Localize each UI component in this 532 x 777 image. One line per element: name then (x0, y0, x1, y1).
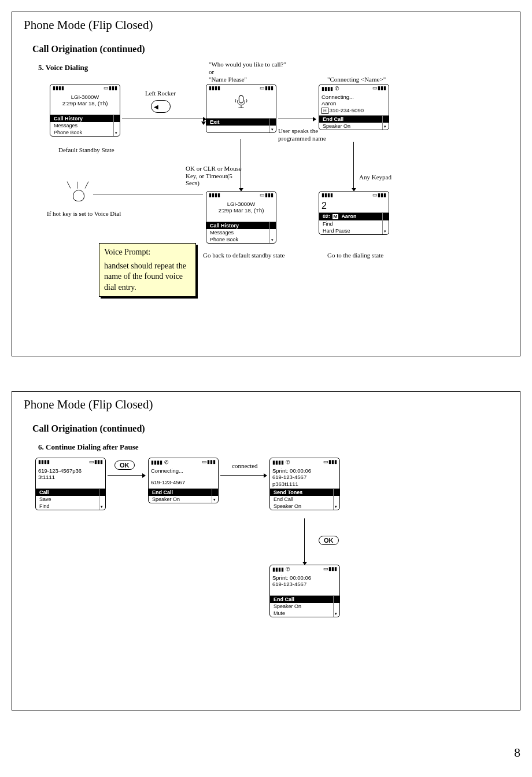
entry-menu: Call Save Find ▴▾ (36, 488, 105, 510)
signal-icon: ▮▮▮▮ (53, 86, 64, 93)
dial-caption: Go to the dialing state (327, 252, 383, 259)
voice-prompt-note: Voice Prompt: handset should repeat the … (99, 243, 196, 297)
left-rocker-icon: ◀ (151, 100, 171, 113)
arrow-entry-to-connecting (108, 475, 142, 476)
ok-button-2[interactable]: OK (319, 536, 339, 545)
connecting-quote: "Connecting <Name>" (327, 76, 386, 83)
battery-icon: ▭▮▮▮ (372, 86, 386, 93)
connecting-number-row: H310-234-5090 (322, 107, 386, 115)
incall2-body: Sprint: 00:00:06 619-123-4567 (270, 573, 339, 595)
panel-continue-dialing: Phone Mode (Flip Closed) Call Originatio… (12, 391, 520, 710)
menu-hard-pause[interactable]: Hard Pause (319, 227, 389, 234)
incall1-remaining: p363t1111 (272, 481, 337, 487)
ok-button-1[interactable]: OK (114, 461, 135, 470)
connecting-name: Aaron (322, 100, 386, 106)
menu-messages[interactable]: Messages (50, 122, 120, 129)
menu-call-history[interactable]: Call History (206, 222, 276, 229)
menu-exit[interactable]: Exit (206, 119, 276, 126)
scroll-indicator: ▴▾ (333, 596, 338, 617)
battery-icon: ▭▮▮▮ (202, 459, 216, 466)
signal-handset-icon: ▮▮▮▮ ✆ (272, 459, 290, 466)
arrow-connecting-down (353, 142, 354, 188)
arrow-incall-down (304, 518, 305, 562)
standby2-caption: Go back to default standby state (203, 252, 285, 259)
connecting2-number: 619-123-4567 (151, 479, 216, 485)
menu-end-call[interactable]: End Call (319, 116, 389, 123)
signal-handset-icon: ▮▮▮▮ ✆ (322, 86, 339, 93)
menu-end-call[interactable]: End Call (270, 596, 339, 603)
menu-save[interactable]: Save (36, 496, 105, 503)
signal-handset-icon: ▮▮▮▮ ✆ (151, 459, 169, 466)
back-condition-label: OK or CLR or Mouse Key, or Timeout(5 Sec… (186, 165, 243, 187)
battery-icon: ▭▮▮▮ (323, 566, 337, 573)
standby2-model: LGI-3000W (209, 201, 274, 207)
incall1-timer: Sprint: 00:00:06 (272, 467, 337, 474)
hotkey-label: If hot key is set to Voice Dial (47, 210, 121, 217)
scroll-indicator: ▴▾ (269, 119, 275, 132)
signal-icon: ▮▮▮▮ (209, 193, 220, 200)
menu-phone-book[interactable]: Phone Book (206, 236, 276, 243)
menu-find[interactable]: Find (36, 503, 105, 510)
standby-menu: Call History Messages Phone Book ▴▾ (50, 115, 120, 136)
dialing-menu: 02: M Aaron Find Hard Pause ▴▾ (319, 212, 389, 234)
incall2-number: 619-123-4567 (272, 581, 337, 587)
menu-speaker-on[interactable]: Speaker On (319, 123, 389, 130)
menu-speaker-on[interactable]: Speaker On (270, 503, 339, 510)
menu-entry-02-aaron[interactable]: 02: M Aaron (319, 213, 389, 220)
standby-body: LGI-3000W 2:29p Mar 18, (Th) (50, 93, 120, 115)
entry-number-line1: 619-123-4567p36 (38, 467, 103, 474)
menu-mute[interactable]: Mute (270, 610, 339, 617)
menu-phone-book[interactable]: Phone Book (50, 129, 120, 136)
incall1-menu: Send Tones End Call Speaker On ▴▾ (270, 488, 339, 510)
menu-end-call[interactable]: End Call (270, 496, 339, 503)
signal-handset-icon: ▮▮▮▮ ✆ (272, 566, 290, 573)
incall1-body: Sprint: 00:00:06 619-123-4567 p363t1111 (270, 466, 339, 488)
signal-icon: ▮▮▮▮ (38, 459, 50, 466)
signal-icon: ▮▮▮▮ (322, 193, 333, 200)
battery-icon: ▭▮▮▮ (260, 193, 274, 200)
entry-number-line2: 3t1111 (38, 474, 103, 480)
menu-end-call[interactable]: End Call (149, 489, 218, 496)
standby2-menu: Call History Messages Phone Book ▴▾ (206, 222, 276, 243)
panel2-section: Call Origination (continued) (32, 424, 508, 434)
voice-prompt-text: "Who would you like to call?" or "Name P… (209, 61, 286, 84)
menu-send-tones[interactable]: Send Tones (270, 489, 339, 496)
connecting-text: Connecting... (322, 94, 386, 100)
svg-rect-0 (239, 95, 243, 103)
panel2-canvas: ▮▮▮▮ ▭▮▮▮ 619-123-4567p36 3t1111 Call Sa… (24, 458, 508, 695)
panel2-step: 6. Continue Dialing after Pause (38, 443, 508, 452)
menu-speaker-on[interactable]: Speaker On (270, 603, 339, 610)
prompt-line1: "Who would you like to call?" (209, 61, 286, 68)
scroll-indicator: ▴▾ (99, 489, 104, 510)
menu-messages[interactable]: Messages (206, 229, 276, 236)
prompt-line3: "Name Please" (209, 76, 286, 83)
phone-connecting: ▮▮▮▮ ✆ ▭▮▮▮ Connecting... Aaron H310-234… (319, 84, 389, 130)
scroll-indicator: ▴▾ (269, 222, 275, 243)
battery-icon: ▭▮▮▮ (104, 86, 117, 93)
note-title: Voice Prompt: (104, 247, 191, 257)
left-rocker-label: Left Rocker (145, 90, 176, 97)
phone-connecting-2: ▮▮▮▮ ✆ ▭▮▮▮ Connecting... 619-123-4567 E… (148, 458, 219, 503)
connecting2-text: Connecting... (151, 467, 216, 474)
connected-label: connected (232, 462, 258, 469)
battery-icon: ▭▮▮▮ (89, 459, 103, 466)
arrow-voice-to-connecting (278, 119, 313, 119)
incall1-number: 619-123-4567 (272, 474, 337, 480)
standby-caption: Default Standby State (58, 146, 114, 153)
menu-find[interactable]: Find (319, 220, 389, 227)
standby2-time: 2:29p Mar 18, (Th) (209, 207, 274, 213)
panel-voice-dialing: Phone Mode (Flip Closed) Call Originatio… (12, 12, 520, 356)
menu-call-history[interactable]: Call History (50, 115, 120, 122)
menu-speaker-on[interactable]: Speaker On (149, 496, 218, 503)
arrow-standby-to-voice (122, 119, 203, 119)
panel1-canvas: "Who would you like to call?" or "Name P… (24, 78, 508, 344)
incall2-menu: End Call Speaker On Mute ▴▾ (270, 595, 339, 617)
phone-dialing: ▮▮▮▮ ▭▮▮▮ 2 02: M Aaron Find Hard Pause … (319, 191, 389, 235)
panel1-title: Phone Mode (Flip Closed) (24, 18, 508, 32)
connecting-menu: End Call Speaker On ▴▾ (319, 115, 389, 130)
page-number: 8 (12, 745, 520, 760)
scroll-indicator: ▴▾ (212, 489, 217, 503)
connecting-body: Connecting... Aaron H310-234-5090 (319, 93, 389, 115)
note-body: handset should repeat the name of the fo… (104, 261, 191, 293)
menu-call[interactable]: Call (36, 489, 105, 496)
